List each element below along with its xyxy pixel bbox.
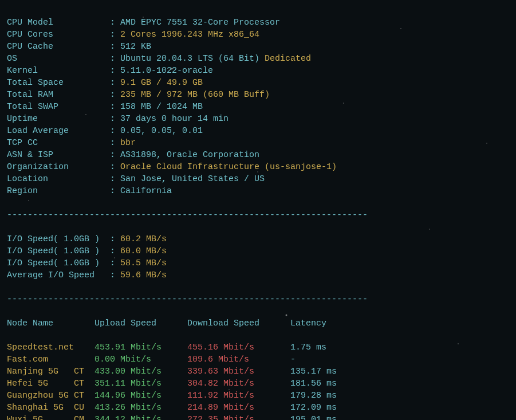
sysinfo-value: 0.05, 0.05, 0.01 — [120, 126, 203, 136]
io-label: I/O Speed( 1.0GB ) — [7, 258, 110, 268]
node-name: Nanjing 5G — [7, 367, 74, 376]
io-speed-block: I/O Speed( 1.0GB ) : 60.2 MB/sI/O Speed(… — [7, 233, 509, 281]
divider: ----------------------------------------… — [7, 293, 509, 305]
col-header-node: Node Name — [7, 319, 94, 328]
sysinfo-value: 512 KB — [120, 42, 151, 52]
sysinfo-value: AMD EPYC 7551 32-Core Processor — [120, 18, 280, 28]
sysinfo-row: OS : Ubuntu 20.04.3 LTS (64 Bit) Dedicat… — [7, 53, 509, 65]
sysinfo-label: Load Average — [7, 126, 110, 136]
io-label: I/O Speed( 1.0GB ) — [7, 234, 110, 244]
node-name: Shanghai 5G — [7, 403, 74, 413]
separator: : — [110, 42, 120, 52]
speedtest-header: Node Name Upload Speed Download Speed La… — [7, 317, 509, 329]
node-isp — [74, 343, 94, 352]
node-isp — [74, 355, 94, 364]
speedtest-row: Fast.com 0.00 Mbit/s 109.6 Mbit/s - — [7, 354, 509, 366]
speedtest-row: Hefei 5G CT 351.11 Mbit/s 304.82 Mbit/s … — [7, 378, 509, 390]
sysinfo-value: bbr — [120, 138, 136, 148]
sysinfo-row: ASN & ISP : AS31898, Oracle Corporation — [7, 149, 509, 161]
upload-speed: 413.26 Mbit/s — [94, 403, 187, 413]
io-row: I/O Speed( 1.0GB ) : 58.5 MB/s — [7, 257, 509, 269]
sysinfo-value: 5.11.0-1022-oracle — [120, 66, 213, 76]
sysinfo-row: Uptime : 37 days 0 hour 14 min — [7, 113, 509, 125]
latency-value: 1.75 ms — [290, 343, 326, 352]
download-speed: 111.92 Mbit/s — [187, 391, 290, 401]
sysinfo-row: CPU Cache : 512 KB — [7, 41, 509, 53]
sysinfo-label: Organization — [7, 162, 110, 172]
separator: : — [110, 270, 120, 280]
separator: : — [110, 258, 120, 268]
sysinfo-label: TCP CC — [7, 138, 110, 148]
sysinfo-label: Uptime — [7, 114, 110, 124]
separator: : — [110, 162, 120, 172]
io-row: Average I/O Speed : 59.6 MB/s — [7, 269, 509, 281]
sysinfo-row: Kernel : 5.11.0-1022-oracle — [7, 65, 509, 77]
separator: : — [110, 126, 120, 136]
node-name: Speedtest.net — [7, 343, 74, 352]
download-speed: 214.89 Mbit/s — [187, 403, 290, 413]
io-label: I/O Speed( 1.0GB ) — [7, 246, 110, 256]
sysinfo-value: 235 MB / 972 MB (660 MB Buff) — [120, 90, 270, 100]
separator: : — [110, 186, 120, 196]
divider: ----------------------------------------… — [7, 209, 509, 221]
separator: : — [110, 78, 120, 88]
sysinfo-row: Total RAM : 235 MB / 972 MB (660 MB Buff… — [7, 89, 509, 101]
download-speed: 339.63 Mbit/s — [187, 367, 290, 376]
upload-speed: 433.00 Mbit/s — [94, 367, 187, 376]
sysinfo-row: CPU Model : AMD EPYC 7551 32-Core Proces… — [7, 17, 509, 29]
sysinfo-value: California — [120, 186, 172, 196]
separator: : — [110, 90, 120, 100]
sysinfo-value: Ubuntu 20.04.3 LTS (64 Bit) — [120, 54, 259, 64]
separator: : — [110, 138, 120, 148]
io-value: 60.2 MB/s — [120, 234, 167, 244]
download-speed: 455.16 Mbit/s — [187, 343, 290, 352]
separator: : — [110, 246, 120, 256]
sysinfo-row: Region : California — [7, 185, 509, 197]
latency-value: 181.56 ms — [290, 379, 337, 388]
speedtest-row: Shanghai 5G CU 413.26 Mbit/s 214.89 Mbit… — [7, 402, 509, 414]
node-isp: CU — [74, 403, 94, 413]
sysinfo-row: Location : San Jose, United States / US — [7, 173, 509, 185]
terminal-output: CPU Model : AMD EPYC 7551 32-Core Proces… — [0, 0, 516, 420]
io-row: I/O Speed( 1.0GB ) : 60.2 MB/s — [7, 233, 509, 245]
sysinfo-label: Kernel — [7, 66, 110, 76]
sysinfo-label: Total SWAP — [7, 102, 110, 112]
speedtest-row: Wuxi 5G CM 344.12 Mbit/s 272.35 Mbit/s 1… — [7, 414, 509, 420]
latency-value: - — [290, 355, 296, 364]
upload-speed: 453.91 Mbit/s — [94, 343, 187, 352]
latency-value: 172.09 ms — [290, 403, 337, 413]
sysinfo-value: AS31898, Oracle Corporation — [120, 150, 259, 160]
separator: : — [110, 150, 120, 160]
sysinfo-label: CPU Cache — [7, 42, 110, 52]
separator: : — [110, 30, 120, 40]
latency-value: 179.28 ms — [290, 391, 337, 401]
system-info-block: CPU Model : AMD EPYC 7551 32-Core Proces… — [7, 17, 509, 197]
io-label: Average I/O Speed — [7, 270, 110, 280]
sysinfo-value: 2 Cores 1996.243 MHz x86_64 — [120, 30, 259, 40]
separator: : — [110, 18, 120, 28]
speedtest-row: Guangzhou 5G CT 144.96 Mbit/s 111.92 Mbi… — [7, 390, 509, 402]
sysinfo-value: 9.1 GB / 49.9 GB — [120, 78, 203, 88]
sysinfo-label: Location — [7, 174, 110, 184]
sysinfo-value: San Jose, United States / US — [120, 174, 265, 184]
node-isp: CT — [74, 391, 94, 401]
sysinfo-label: Total RAM — [7, 90, 110, 100]
separator: : — [110, 102, 120, 112]
node-name: Wuxi 5G — [7, 415, 74, 420]
sysinfo-label: CPU Cores — [7, 30, 110, 40]
col-header-download: Download Speed — [187, 319, 290, 328]
col-header-upload: Upload Speed — [94, 319, 187, 328]
col-header-latency: Latency — [290, 319, 326, 328]
separator: : — [110, 66, 120, 76]
upload-speed: 144.96 Mbit/s — [94, 391, 187, 401]
separator: : — [110, 234, 120, 244]
sysinfo-row: Total SWAP : 158 MB / 1024 MB — [7, 101, 509, 113]
sysinfo-row: CPU Cores : 2 Cores 1996.243 MHz x86_64 — [7, 29, 509, 41]
io-value: 60.0 MB/s — [120, 246, 167, 256]
upload-speed: 344.12 Mbit/s — [94, 415, 187, 420]
download-speed: 272.35 Mbit/s — [187, 415, 290, 420]
sysinfo-label: OS — [7, 54, 110, 64]
node-name: Fast.com — [7, 355, 74, 364]
sysinfo-row: Total Space : 9.1 GB / 49.9 GB — [7, 77, 509, 89]
node-isp: CM — [74, 415, 94, 420]
